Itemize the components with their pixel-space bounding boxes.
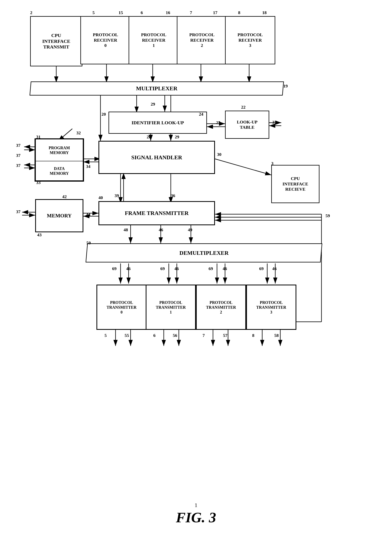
ref-20: 20 [101, 112, 106, 117]
protocol-receiver-1-box: PROTOCOL RECEIVER 1 [129, 16, 179, 64]
signal-handler-box: SIGNAL HANDLER [98, 141, 215, 174]
ref-69-pt0: 69 [112, 266, 117, 271]
ref-26: 26 [147, 134, 151, 140]
ref-37-mem-l: 37 [16, 209, 21, 214]
ref-69-pt2: 69 [209, 266, 213, 271]
figure-ref-num: 1 [176, 502, 216, 508]
ref-6-bot: 6 [153, 333, 155, 338]
figure-caption-area: 1 FIG. 3 [176, 502, 216, 526]
memory-box: MEMORY [35, 199, 83, 232]
ref-50: 50 [86, 240, 91, 246]
protocol-transmitter-2-box: PROTOCOL TRANSMITTER 2 [196, 285, 246, 330]
ref-37-left-bot: 37 [16, 163, 21, 168]
ref-19: 19 [283, 83, 288, 89]
ref-40: 40 [98, 195, 103, 200]
frame-transmitter-box: FRAME TRANSMITTER [98, 201, 215, 225]
data-memory-box: DATA MEMORY [35, 161, 83, 181]
ref-8-top: 8 [238, 10, 240, 15]
protocol-receiver-3-box: PROTOCOL RECEIVER 3 [225, 16, 275, 64]
ref-7-bot: 7 [202, 333, 205, 338]
cpu-interface-transmit-box: CPU INTERFACE TRANSMIT [30, 16, 82, 66]
ref-69-pt3: 69 [259, 266, 264, 271]
diagram-container: 2 5 15 6 16 7 17 8 18 CPU INTERFACE TRAN… [0, 0, 392, 542]
ref-59: 59 [325, 213, 330, 218]
ref-33: 33 [36, 180, 41, 185]
ref-55: 55 [125, 333, 129, 338]
ref-8-bot: 8 [252, 333, 254, 338]
ref-46-pt3: 46 [272, 266, 277, 271]
ref-39: 39 [115, 193, 119, 198]
lookup-table-box: LOOK-UP TABLE [225, 111, 269, 139]
ref-46-ft: 46 [159, 227, 163, 233]
ref-43: 43 [37, 232, 42, 238]
ref-36: 36 [171, 193, 175, 198]
ref-22-top: 22 [241, 105, 245, 110]
ref-24: 24 [199, 112, 203, 117]
ref-16: 16 [166, 10, 170, 15]
svg-line-23 [215, 159, 271, 175]
ref-18: 18 [262, 10, 267, 15]
ref-37-right-lut: 37 [272, 120, 277, 125]
ref-29-top: 29 [151, 102, 155, 107]
ref-5-bot: 5 [105, 333, 107, 338]
ref-17: 17 [213, 10, 217, 15]
ref-69-pt1: 69 [160, 266, 165, 271]
ref-37-left-mid: 37 [16, 153, 21, 158]
ref-3: 3 [271, 161, 273, 166]
ref-6-top: 6 [141, 10, 143, 15]
ref-49: 49 [188, 227, 192, 233]
multiplexer-box: MULTIPLEXER [30, 81, 284, 96]
ref-34: 34 [86, 164, 90, 169]
ref-32: 32 [76, 130, 81, 136]
ref-29-sh: 29 [175, 134, 179, 140]
ref-56: 56 [173, 333, 177, 338]
ref-42: 42 [62, 194, 67, 199]
ref-46-pt1: 46 [175, 266, 179, 271]
ref-2: 2 [30, 10, 32, 15]
protocol-transmitter-3-box: PROTOCOL TRANSMITTER 3 [246, 285, 296, 330]
ref-7-top: 7 [190, 10, 192, 15]
ref-46-pt2: 46 [223, 266, 227, 271]
protocol-transmitter-1-box: PROTOCOL TRANSMITTER 1 [146, 285, 196, 330]
ref-57: 57 [223, 333, 228, 338]
program-memory-box: PROGRAM MEMORY [35, 139, 83, 161]
ref-37-left-top: 37 [16, 143, 21, 148]
protocol-transmitter-0-box: PROTOCOL TRANSMITTER 0 [96, 285, 147, 330]
ref-58: 58 [274, 333, 279, 338]
ref-25: 25 [216, 120, 220, 125]
ref-46-pt0: 46 [126, 266, 131, 271]
ref-48: 48 [124, 227, 128, 233]
protocol-receiver-0-box: PROTOCOL RECEIVER 0 [80, 16, 131, 64]
cpu-interface-receive-box: CPU INTERFACE RECIEVE [271, 165, 319, 203]
ref-15: 15 [119, 10, 123, 15]
protocol-receiver-2-box: PROTOCOL RECEIVER 2 [177, 16, 227, 64]
figure-caption: FIG. 3 [176, 509, 216, 526]
demultiplexer-box: DEMULTIPLEXER [86, 243, 322, 262]
ref-31: 31 [36, 134, 41, 140]
ref-5-top: 5 [92, 10, 95, 15]
ref-30: 30 [217, 152, 221, 157]
identifier-lookup-box: IDENTIFIER LOOK-UP [108, 112, 207, 134]
ref-44: 44 [86, 212, 90, 217]
